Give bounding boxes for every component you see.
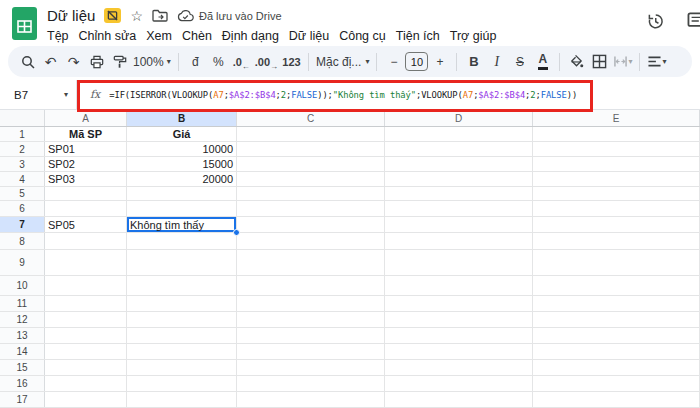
name-box[interactable]: B7 ▾ [0, 80, 77, 109]
cell-D9[interactable] [385, 250, 533, 275]
cell-C1[interactable] [237, 127, 385, 141]
cell-D1[interactable] [385, 127, 533, 141]
italic-button[interactable]: I [485, 49, 508, 75]
text-color-button[interactable]: A [531, 49, 554, 75]
cell-D11[interactable] [385, 296, 533, 311]
col-header-C[interactable]: C [237, 110, 385, 126]
cell-D2[interactable] [385, 142, 533, 156]
menu-item-data[interactable]: Dữ liệu [284, 27, 334, 45]
save-status[interactable]: Đã lưu vào Drive [177, 10, 282, 22]
cell-B5[interactable] [127, 187, 237, 200]
cell-D17[interactable] [385, 392, 533, 407]
version-history-button[interactable] [646, 12, 664, 30]
cell-C16[interactable] [237, 376, 385, 391]
cell-D5[interactable] [385, 187, 533, 200]
search-button[interactable] [16, 49, 39, 75]
row-header-9[interactable]: 9 [0, 250, 45, 275]
currency-format-button[interactable]: đ [184, 49, 207, 75]
cell-B9[interactable] [127, 250, 237, 275]
strikethrough-button[interactable]: S [508, 49, 531, 75]
cell-A2[interactable]: SP01 [45, 142, 127, 156]
cell-E1[interactable] [533, 127, 700, 141]
cell-B8[interactable] [127, 233, 237, 249]
horizontal-align-button[interactable]: ▾ [645, 49, 668, 75]
cell-B3[interactable]: 15000 [127, 157, 237, 171]
increase-decimal-button[interactable]: .00→ [253, 49, 280, 75]
row-header-1[interactable]: 1 [0, 127, 45, 141]
cell-E11[interactable] [533, 296, 700, 311]
row-header-3[interactable]: 3 [0, 157, 45, 171]
menu-item-help[interactable]: Trợ giúp [445, 27, 502, 45]
cell-C4[interactable] [237, 172, 385, 186]
cell-A10[interactable] [45, 276, 127, 295]
merge-cells-button[interactable]: ▾ [611, 49, 634, 75]
select-all-corner[interactable] [0, 110, 45, 126]
cell-A12[interactable] [45, 312, 127, 327]
move-folder-button[interactable] [152, 9, 168, 22]
cell-E5[interactable] [533, 187, 700, 200]
cell-C6[interactable] [237, 201, 385, 216]
row-header-4[interactable]: 4 [0, 172, 45, 186]
cell-A3[interactable]: SP02 [45, 157, 127, 171]
comments-button[interactable] [687, 12, 700, 30]
font-size-input[interactable]: 10 [405, 52, 428, 71]
row-header-15[interactable]: 15 [0, 360, 45, 375]
cell-A6[interactable] [45, 201, 127, 216]
cell-B6[interactable] [127, 201, 237, 216]
cell-E15[interactable] [533, 360, 700, 375]
menu-item-insert[interactable]: Chèn [177, 27, 217, 45]
cell-A4[interactable]: SP03 [45, 172, 127, 186]
cell-A15[interactable] [45, 360, 127, 375]
row-header-7[interactable]: 7 [0, 217, 45, 232]
redo-button[interactable]: ↷ [62, 49, 85, 75]
bold-button[interactable]: B [462, 49, 485, 75]
row-header-10[interactable]: 10 [0, 276, 45, 295]
borders-button[interactable] [588, 49, 611, 75]
row-header-8[interactable]: 8 [0, 233, 45, 249]
decrease-decimal-button[interactable]: .0← [230, 49, 253, 75]
cell-B10[interactable] [127, 276, 237, 295]
row-header-14[interactable]: 14 [0, 344, 45, 359]
cell-E9[interactable] [533, 250, 700, 275]
cell-C8[interactable] [237, 233, 385, 249]
cell-D10[interactable] [385, 276, 533, 295]
cell-B7[interactable]: Không tìm thấy [127, 217, 237, 232]
star-button[interactable]: ☆ [130, 9, 143, 23]
font-family-select[interactable]: Mặc đị... ▾ [314, 49, 371, 75]
cell-D7[interactable] [385, 217, 533, 232]
cell-B1[interactable]: Giá [127, 127, 237, 141]
cell-D13[interactable] [385, 328, 533, 343]
cell-D15[interactable] [385, 360, 533, 375]
cell-C3[interactable] [237, 157, 385, 171]
cell-A7[interactable]: SP05 [45, 217, 127, 232]
cell-E12[interactable] [533, 312, 700, 327]
cell-E4[interactable] [533, 172, 700, 186]
row-header-16[interactable]: 16 [0, 376, 45, 391]
col-header-D[interactable]: D [385, 110, 533, 126]
document-title[interactable]: Dữ liệu [47, 7, 95, 24]
cell-B15[interactable] [127, 360, 237, 375]
menu-item-tools[interactable]: Công cụ [334, 27, 391, 45]
cell-E13[interactable] [533, 328, 700, 343]
print-button[interactable] [85, 49, 108, 75]
col-header-B[interactable]: B [127, 110, 237, 126]
cell-D6[interactable] [385, 201, 533, 216]
col-header-E[interactable]: E [533, 110, 700, 126]
cell-C5[interactable] [237, 187, 385, 200]
menu-item-edit[interactable]: Chỉnh sửa [74, 27, 142, 45]
increase-font-size-button[interactable]: + [428, 49, 451, 75]
cell-C17[interactable] [237, 392, 385, 407]
cell-B2[interactable]: 10000 [127, 142, 237, 156]
cell-B12[interactable] [127, 312, 237, 327]
cell-A9[interactable] [45, 250, 127, 275]
menu-item-format[interactable]: Định dạng [217, 27, 284, 45]
cell-B4[interactable]: 20000 [127, 172, 237, 186]
row-header-11[interactable]: 11 [0, 296, 45, 311]
formula-input[interactable]: =IF(ISERROR(VLOOKUP(A7;$A$2:$B$4;2;FALSE… [109, 90, 577, 100]
cell-E14[interactable] [533, 344, 700, 359]
cell-D14[interactable] [385, 344, 533, 359]
cell-B16[interactable] [127, 376, 237, 391]
cell-E16[interactable] [533, 376, 700, 391]
cell-E17[interactable] [533, 392, 700, 407]
cell-E3[interactable] [533, 157, 700, 171]
